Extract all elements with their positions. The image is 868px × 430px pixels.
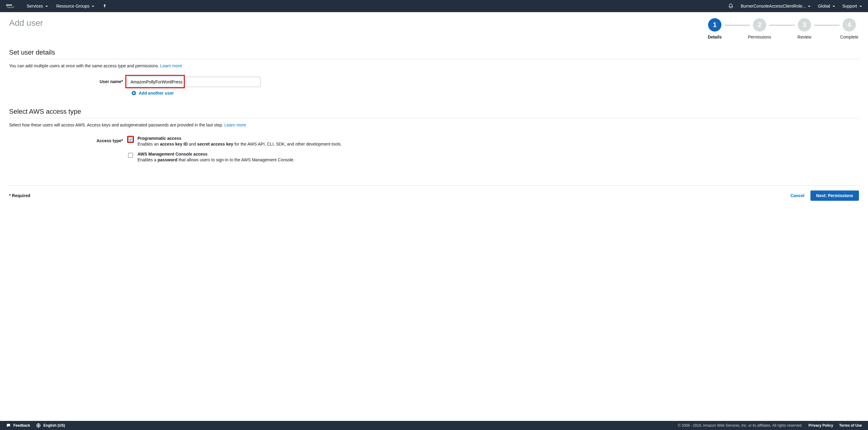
nav-role[interactable]: BurnerConsoleAccessClientRole...: [741, 4, 811, 8]
step-connector: [814, 25, 840, 26]
step-number: 4: [842, 18, 856, 32]
footer-actions: * Required Cancel Next: Permissions: [9, 185, 859, 201]
plus-circle-icon: [131, 91, 136, 95]
caret-down-icon: [45, 6, 48, 7]
divider: [9, 59, 859, 59]
step-number: 3: [798, 18, 811, 32]
step-label: Review: [798, 35, 811, 39]
access-type-row: Access type* Programmatic access Enables…: [9, 136, 859, 167]
t: for the AWS API, CLI, SDK, and other dev…: [233, 142, 342, 146]
header-row: Add user 1 Details 2 Permissions 3 Revie…: [9, 18, 859, 39]
highlight-annotation: [127, 136, 134, 143]
required-note: * Required: [9, 193, 30, 198]
cancel-button[interactable]: Cancel: [790, 193, 804, 198]
top-nav-right: BurnerConsoleAccessClientRole... Global …: [728, 3, 862, 9]
add-another-user-button[interactable]: Add another user: [131, 91, 859, 95]
svg-text:aws: aws: [6, 3, 12, 7]
learn-more-link[interactable]: Learn more: [224, 122, 246, 127]
top-nav: aws Services Resource Groups BurnerConso…: [0, 0, 868, 12]
footer-buttons: Cancel Next: Permissions: [790, 191, 859, 201]
t: Enables a: [137, 157, 157, 162]
t: secret access key: [197, 142, 233, 146]
username-input[interactable]: [127, 77, 260, 87]
step-label: Complete: [840, 35, 858, 39]
section-user-details-desc: You can add multiple users at once with …: [9, 63, 859, 68]
main-content: Add user 1 Details 2 Permissions 3 Revie…: [0, 12, 868, 201]
t: Enables an: [137, 142, 160, 146]
pin-icon[interactable]: [103, 4, 107, 8]
learn-more-link[interactable]: Learn more: [160, 63, 182, 68]
divider: [9, 118, 859, 118]
option-desc: Enables an access key ID and secret acce…: [137, 141, 859, 147]
nav-support-label: Support: [842, 4, 857, 8]
desc-text: Select how these users will access AWS. …: [9, 122, 224, 127]
t: access key ID: [160, 142, 188, 146]
step-label: Permissions: [748, 35, 771, 39]
nav-resource-groups-label: Resource Groups: [56, 4, 90, 8]
option-title: Programmatic access: [137, 136, 859, 141]
step-number: 1: [708, 18, 721, 32]
step-label: Details: [708, 35, 722, 39]
page-title: Add user: [9, 18, 43, 28]
caret-down-icon: [92, 6, 94, 7]
step-connector: [769, 25, 795, 26]
programmatic-access-checkbox[interactable]: [128, 137, 133, 142]
nav-support[interactable]: Support: [842, 4, 862, 8]
top-nav-left: aws Services Resource Groups: [6, 2, 107, 10]
wizard-stepper: 1 Details 2 Permissions 3 Review 4 Compl…: [705, 18, 859, 39]
nav-services[interactable]: Services: [27, 4, 48, 8]
step-number: 2: [753, 18, 766, 32]
section-access-type-title: Select AWS access type: [9, 108, 859, 116]
section-access-type-desc: Select how these users will access AWS. …: [9, 122, 859, 127]
access-type-label: Access type*: [9, 136, 127, 143]
nav-role-label: BurnerConsoleAccessClientRole...: [741, 4, 806, 8]
access-option-programmatic: Programmatic access Enables an access ke…: [127, 136, 859, 147]
nav-resource-groups[interactable]: Resource Groups: [56, 4, 94, 8]
username-field: [127, 77, 859, 87]
aws-logo[interactable]: aws: [6, 2, 18, 10]
notifications-icon[interactable]: [728, 3, 734, 9]
nav-region[interactable]: Global: [818, 4, 835, 8]
step-connector: [724, 25, 750, 26]
option-text: Programmatic access Enables an access ke…: [137, 136, 859, 147]
step-complete[interactable]: 4 Complete: [840, 18, 859, 39]
caret-down-icon: [833, 6, 835, 7]
access-option-console: AWS Management Console access Enables a …: [127, 152, 859, 163]
caret-down-icon: [860, 6, 862, 7]
t: and: [188, 142, 197, 146]
section-user-details-title: Set user details: [9, 49, 859, 56]
step-review[interactable]: 3 Review: [795, 18, 814, 39]
access-type-field: Programmatic access Enables an access ke…: [127, 136, 859, 167]
step-details[interactable]: 1 Details: [705, 18, 724, 39]
option-desc: Enables a password that allows users to …: [137, 157, 859, 163]
option-text: AWS Management Console access Enables a …: [137, 152, 859, 163]
username-row: User name*: [9, 77, 859, 87]
nav-region-label: Global: [818, 4, 830, 8]
nav-services-label: Services: [27, 4, 43, 8]
desc-text: You can add multiple users at once with …: [9, 63, 160, 68]
step-permissions[interactable]: 2 Permissions: [750, 18, 769, 39]
username-label: User name*: [9, 77, 127, 84]
add-another-label: Add another user: [139, 91, 174, 95]
option-title: AWS Management Console access: [137, 152, 859, 156]
checkbox-wrap: [127, 152, 134, 160]
next-permissions-button[interactable]: Next: Permissions: [810, 191, 859, 201]
t: that allows users to sign-in to the AWS …: [178, 157, 295, 162]
caret-down-icon: [808, 6, 810, 7]
t: password: [157, 157, 177, 162]
console-access-checkbox[interactable]: [128, 153, 133, 158]
